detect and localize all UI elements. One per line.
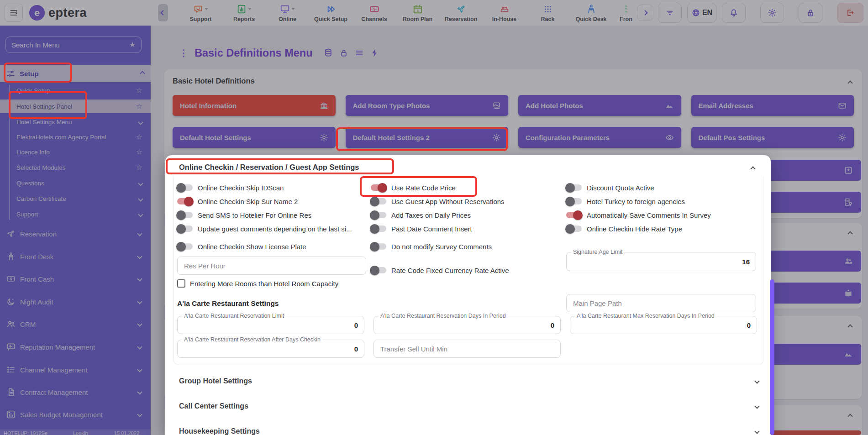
toggle-do-not-modify-survey-comments[interactable]: Do not modify Survey Comments	[371, 241, 558, 252]
toggle-column-3: Discount Quota Active Hotel Turkey to fo…	[566, 183, 756, 234]
toggle-use-rate-code-price[interactable]: Use Rate Code Price	[371, 183, 558, 193]
switch-knob	[371, 225, 386, 232]
switch-knob	[566, 225, 582, 232]
chevron-down-icon	[754, 378, 759, 383]
transfer-sell-until-min-field[interactable]: Transfer Sell Until Min	[374, 340, 561, 358]
switch-knob	[371, 267, 386, 273]
switch-knob	[371, 212, 386, 218]
toggle-update-guest-comments[interactable]: Update guest comments depending on the l…	[177, 224, 363, 234]
alacarte-fields-grid: A'la Carte Restaurant Reservation Limit0…	[177, 316, 760, 358]
toggle-rate-code-fixed-currency[interactable]: Rate Code Fixed Currency Rate Active	[371, 265, 509, 275]
chevron-down-icon	[754, 429, 759, 434]
call-center-settings-section[interactable]: Call Center Settings	[179, 400, 759, 412]
toggle-discount-quota-active[interactable]: Discount Quota Active	[566, 183, 756, 193]
toggle-column-2: Use Rate Code Price Use Guest App Withou…	[371, 183, 558, 252]
switch-knob	[371, 198, 386, 204]
group-hotel-settings-section[interactable]: Group Hotel Settings	[179, 375, 759, 387]
hotel-settings-modal: Online Checkin / Reservation / Guest App…	[165, 155, 771, 435]
alacarte-reservation-days-in-period-field[interactable]: A'la Carte Restaurant Reservation Days I…	[374, 316, 561, 334]
alacarte-settings-title: A'la Carte Restaurant Settings	[177, 299, 279, 308]
switch-knob	[177, 243, 193, 250]
switch-knob	[371, 243, 386, 250]
toggle-online-checkin-skip-idscan[interactable]: Online Checkin Skip IDScan	[177, 183, 363, 193]
main-page-path-field[interactable]: Main Page Path	[566, 294, 756, 312]
alacarte-reservation-limit-field[interactable]: A'la Carte Restaurant Reservation Limit0	[177, 316, 364, 334]
switch-knob	[371, 184, 386, 191]
housekeeping-settings-section[interactable]: Housekeeping Settings	[179, 425, 759, 435]
switch-knob	[566, 212, 582, 218]
signature-age-limit-field[interactable]: Signature Age Limit16	[566, 252, 756, 271]
checkbox-box	[177, 279, 185, 288]
entering-more-rooms-checkbox[interactable]: Entering More Rooms than Hotel Room Capa…	[177, 279, 338, 288]
modal-scrollbar[interactable]	[770, 279, 774, 435]
alacarte-reservation-after-days-checkin-field[interactable]: A'la Carte Restaurant Reservation After …	[177, 340, 364, 358]
toggle-online-checkin-hide-rate-type[interactable]: Online Checkin Hide Rate Type	[566, 224, 756, 234]
switch-knob	[177, 184, 193, 191]
modal-section-title: Online Checkin / Reservation / Guest App…	[179, 163, 359, 172]
toggle-use-guest-app-without-reservations[interactable]: Use Guest App Without Reservations	[371, 196, 558, 206]
toggle-automatically-save-comments-in-survey[interactable]: Automatically Save Comments In Survey	[566, 210, 756, 220]
toggle-hotel-turkey-to-foreign-agencies[interactable]: Hotel Turkey to foreign agencies	[566, 196, 756, 206]
toggle-past-date-comment-insert[interactable]: Past Date Comment Insert	[371, 224, 558, 234]
res-per-hour-field[interactable]: Res Per Hour	[177, 257, 366, 275]
switch-knob	[177, 198, 193, 204]
collapse-chevron-up-icon[interactable]	[751, 164, 755, 173]
toggle-add-taxes-on-daily-prices[interactable]: Add Taxes on Daily Prices	[371, 210, 558, 220]
switch-knob	[177, 225, 193, 232]
toggle-online-checkin-skip-sur-name-2[interactable]: Online Checkin Skip Sur Name 2	[177, 196, 363, 206]
switch-knob	[566, 198, 582, 204]
toggle-online-checkin-show-license-plate[interactable]: Online Checkin Show License Plate	[177, 241, 363, 252]
toggle-column-1: Online Checkin Skip IDScan Online Checki…	[177, 183, 363, 252]
toggle-send-sms-to-hotelier[interactable]: Send SMS to Hotelier For Online Res	[177, 210, 363, 220]
switch-knob	[177, 212, 193, 218]
chevron-down-icon	[754, 404, 759, 409]
alacarte-max-reservation-days-field[interactable]: A'la Carte Restaurant Max Reservation Da…	[570, 316, 757, 334]
switch-knob	[566, 184, 582, 191]
